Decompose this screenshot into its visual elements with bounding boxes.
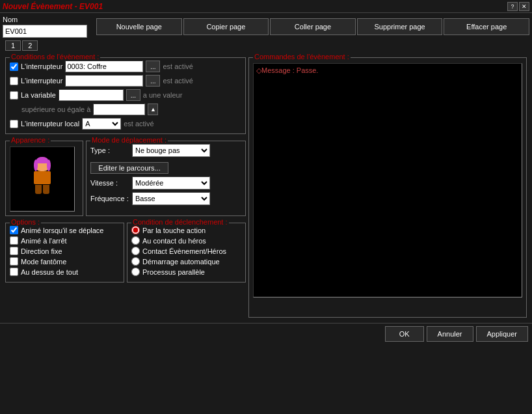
name-label: Nom bbox=[3, 16, 87, 23]
sup-value-input[interactable] bbox=[93, 104, 145, 115]
title-bar: Nouvel Évènement - EV001 ? ✕ bbox=[0, 0, 532, 13]
option-4-label: Au dessus de tout bbox=[21, 268, 78, 276]
option-row-3: Mode fantôme bbox=[10, 257, 120, 266]
commands-group: Commandes de l'évènement : ◇Message : Pa… bbox=[248, 57, 527, 318]
hair-top bbox=[36, 157, 48, 163]
name-input[interactable] bbox=[3, 25, 87, 38]
type-row: Type : Ne bouge pas Aléatoire Suit le hé… bbox=[90, 144, 241, 157]
help-button[interactable]: ? bbox=[507, 2, 518, 11]
page-tab-2[interactable]: 2 bbox=[22, 40, 38, 51]
trigger-1-radio[interactable] bbox=[131, 236, 140, 245]
interrupteur-2-checkbox[interactable] bbox=[10, 77, 18, 85]
close-button[interactable]: ✕ bbox=[519, 2, 529, 11]
main-container: Nom Nouvelle page Copier page Coller pag… bbox=[0, 13, 532, 320]
local-row: L'interrupteur local A B C D est activé bbox=[10, 118, 241, 130]
speed-label: Vitesse : bbox=[90, 179, 129, 187]
page-tabs: 1 2 bbox=[5, 40, 529, 51]
options-title: Options : bbox=[10, 218, 41, 226]
sup-text: supérieure ou égale à bbox=[21, 105, 90, 113]
commands-title: Commandes de l'évènement : bbox=[253, 53, 351, 61]
option-0-checkbox[interactable] bbox=[10, 226, 18, 234]
option-row-1: Animé à l'arrêt bbox=[10, 236, 120, 245]
variable-input[interactable] bbox=[59, 89, 124, 101]
new-page-button[interactable]: Nouvelle page bbox=[96, 18, 182, 35]
speed-select[interactable]: Très lente Lente Modérée Rapide Très rap… bbox=[132, 176, 210, 189]
sprite-body bbox=[34, 171, 51, 184]
trigger-3-radio[interactable] bbox=[131, 257, 140, 266]
trigger-2-radio[interactable] bbox=[131, 247, 140, 255]
top-buttons: Nouvelle page Copier page Coller page Su… bbox=[96, 18, 529, 35]
content-area: Conditions de l'évènement : L'interrupte… bbox=[3, 53, 529, 318]
option-1-label: Animé à l'arrêt bbox=[21, 237, 67, 245]
movement-group: Mode de déplacement : Type : Ne bouge pa… bbox=[86, 141, 246, 216]
freq-row: Fréquence : Très basse Basse Modérée Hau… bbox=[90, 192, 241, 205]
command-item-0: ◇Message : Passe. bbox=[256, 66, 519, 75]
type-select[interactable]: Ne bouge pas Aléatoire Suit le héros Per… bbox=[132, 144, 210, 157]
leg-left bbox=[35, 185, 42, 194]
trigger-0-label: Par la touche action bbox=[142, 227, 206, 234]
option-3-label: Mode fantôme bbox=[21, 258, 66, 266]
title-buttons: ? ✕ bbox=[507, 2, 529, 11]
superior-row: supérieure ou égale à ▲ bbox=[10, 104, 241, 115]
interrupteur-1-input[interactable] bbox=[65, 61, 143, 72]
options-trigger-section: Options : Animé lorsqu'il se déplace Ani… bbox=[5, 219, 246, 283]
options-group: Options : Animé lorsqu'il se déplace Ani… bbox=[5, 223, 124, 283]
variable-checkbox[interactable] bbox=[10, 91, 18, 100]
option-1-checkbox[interactable] bbox=[10, 236, 18, 245]
interrupteur-1-checkbox[interactable] bbox=[10, 62, 18, 71]
commands-content[interactable]: ◇Message : Passe. bbox=[253, 63, 522, 297]
local-checkbox[interactable] bbox=[10, 120, 18, 128]
option-4-checkbox[interactable] bbox=[10, 268, 18, 276]
interrupteur-1-browse[interactable]: ... bbox=[146, 61, 160, 72]
trigger-row-3: Démarrage automatique bbox=[131, 257, 241, 266]
page-tab-1[interactable]: 1 bbox=[5, 40, 21, 51]
local-select[interactable]: A B C D bbox=[82, 118, 121, 130]
option-row-0: Animé lorsqu'il se déplace bbox=[10, 226, 120, 234]
movement-title: Mode de déplacement : bbox=[90, 136, 168, 144]
option-2-checkbox[interactable] bbox=[10, 247, 18, 255]
trigger-row-2: Contact Évènement/Héros bbox=[131, 247, 241, 255]
variable-status: a une valeur bbox=[143, 91, 183, 99]
sprite-head bbox=[35, 159, 49, 171]
name-section: Nom bbox=[3, 16, 87, 38]
leg-right bbox=[43, 185, 49, 194]
trigger-0-radio[interactable] bbox=[131, 226, 140, 234]
apply-button[interactable]: Appliquer bbox=[476, 326, 528, 342]
cancel-button[interactable]: Annuler bbox=[427, 326, 473, 342]
bottom-bar: OK Annuler Appliquer bbox=[0, 323, 532, 344]
variable-browse[interactable]: ... bbox=[126, 89, 140, 101]
trigger-3-label: Démarrage automatique bbox=[142, 258, 220, 266]
freq-label: Fréquence : bbox=[90, 195, 129, 202]
local-label: L'interrupteur local bbox=[21, 120, 79, 128]
sup-spin-up[interactable]: ▲ bbox=[148, 104, 158, 115]
interrupteur-2-browse[interactable]: ... bbox=[146, 75, 160, 87]
option-row-4: Au dessus de tout bbox=[10, 268, 120, 276]
appearance-preview[interactable] bbox=[10, 146, 75, 212]
appearance-group: Apparence : bbox=[5, 141, 83, 216]
delete-page-button[interactable]: Supprimer page bbox=[357, 18, 443, 35]
edit-path-button[interactable]: Editer le parcours... bbox=[90, 162, 168, 174]
paste-page-button[interactable]: Coller page bbox=[270, 18, 356, 35]
title-text: Nouvel Évènement - EV001 bbox=[3, 2, 103, 11]
copy-page-button[interactable]: Copier page bbox=[183, 18, 269, 35]
condition-row-3: La variable ... a une valeur bbox=[10, 89, 241, 101]
trigger-4-radio[interactable] bbox=[131, 268, 140, 276]
option-row-2: Direction fixe bbox=[10, 247, 120, 255]
sprite-hair bbox=[34, 157, 51, 166]
local-status: est activé bbox=[124, 120, 153, 128]
trigger-1-label: Au contact du héros bbox=[142, 237, 206, 245]
bottom-left-section: Apparence : bbox=[5, 137, 246, 216]
clear-page-button[interactable]: Effacer page bbox=[444, 18, 529, 35]
freq-select[interactable]: Très basse Basse Modérée Haute Très haut… bbox=[132, 192, 210, 205]
trigger-group: Condition de déclenchement : Par la touc… bbox=[127, 223, 246, 283]
right-panel: Commandes de l'évènement : ◇Message : Pa… bbox=[248, 53, 527, 318]
interrupteur-2-input[interactable] bbox=[65, 75, 143, 87]
conditions-title: Conditions de l'évènement : bbox=[10, 53, 100, 61]
conditions-group: Conditions de l'évènement : L'interrupte… bbox=[5, 57, 246, 134]
ok-button[interactable]: OK bbox=[385, 326, 424, 342]
condition-row-2: L'interrupteur ... est activé bbox=[10, 75, 241, 87]
condition-row-1: L'interrupteur ... est activé bbox=[10, 61, 241, 72]
trigger-2-label: Contact Évènement/Héros bbox=[142, 247, 226, 255]
option-3-checkbox[interactable] bbox=[10, 257, 18, 266]
left-panel: Conditions de l'évènement : L'interrupte… bbox=[5, 53, 246, 318]
